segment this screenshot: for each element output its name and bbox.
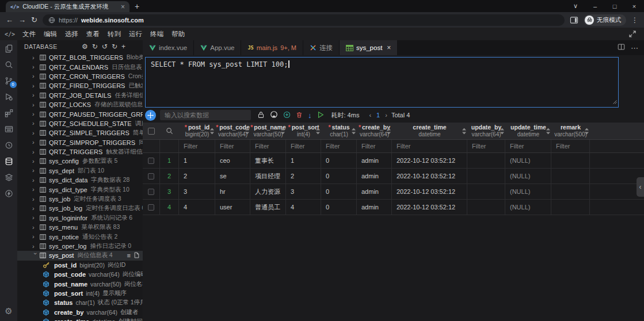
- table-tree-item[interactable]: › sys_config 参数配置表 5: [17, 156, 143, 166]
- layers-icon[interactable]: [5, 173, 13, 182]
- filter-input[interactable]: Filter: [321, 140, 357, 152]
- zap-icon[interactable]: [5, 189, 13, 198]
- menu-item[interactable]: 终端: [146, 30, 167, 39]
- column-header[interactable]: *post_sort int(4): [286, 123, 321, 139]
- extensions-icon[interactable]: [5, 108, 13, 118]
- table-cell[interactable]: 4: [286, 200, 321, 215]
- column-header[interactable]: *create_by varchar(64): [357, 123, 392, 139]
- minimize-button[interactable]: –: [585, 3, 605, 10]
- table-cell[interactable]: 项目经理: [250, 169, 286, 184]
- table-tree-item[interactable]: › QRTZ_LOCKS 存储的悲观锁信息表 2: [17, 100, 143, 109]
- table-cell[interactable]: [551, 184, 590, 199]
- table-struct-icon[interactable]: ≡: [127, 252, 131, 259]
- table-row[interactable]: 1 1ceo董事长10admin2022-10-12 03:52:12(NULL…: [143, 153, 644, 169]
- table-row[interactable]: 2 2se项目经理20admin2022-10-12 03:52:12(NULL…: [143, 169, 644, 184]
- delete-row-icon[interactable]: [296, 111, 303, 120]
- table-cell[interactable]: 2022-10-12 03:52:12: [392, 153, 467, 168]
- current-page[interactable]: 1: [376, 112, 380, 119]
- search-input[interactable]: [160, 110, 251, 120]
- filter-input[interactable]: Filter: [505, 140, 551, 152]
- filter-input[interactable]: Filter: [179, 140, 215, 152]
- table-tree-item[interactable]: › sys_oper_log 操作日志记录 0: [17, 242, 143, 251]
- source-control-icon[interactable]: 6: [5, 76, 13, 86]
- table-cell[interactable]: (NULL): [505, 200, 551, 215]
- settings-gear-icon[interactable]: ⚙: [5, 306, 12, 316]
- sort-icon[interactable]: [281, 128, 285, 134]
- row-checkbox[interactable]: [148, 173, 154, 179]
- new-sql-file-icon[interactable]: [134, 252, 139, 259]
- table-cell[interactable]: se: [215, 169, 250, 184]
- preview-window-icon[interactable]: [5, 124, 13, 134]
- table-cell[interactable]: [551, 200, 590, 215]
- table-tree-item[interactable]: › QRTZ_SIMPLE_TRIGGERS 简单触发...: [17, 128, 143, 137]
- table-tree-item[interactable]: › QRTZ_PAUSED_TRIGGER_GRPS 暂...: [17, 109, 143, 119]
- table-cell[interactable]: 人力资源: [250, 184, 286, 199]
- table-cell[interactable]: (NULL): [505, 169, 551, 184]
- table-tree-item[interactable]: › sys_logininfor 系统访问记录 6: [17, 213, 143, 223]
- table-cell[interactable]: hr: [215, 184, 250, 199]
- run-query-icon[interactable]: [317, 111, 324, 120]
- maximize-button[interactable]: □: [605, 3, 624, 10]
- download-icon[interactable]: ↓: [308, 112, 312, 119]
- column-header[interactable]: *status char(1): [321, 123, 357, 139]
- column-header[interactable]: remark varchar(500): [551, 123, 590, 139]
- table-tree-item[interactable]: › sys_dept 部门表 10: [17, 166, 143, 175]
- field-tree-item[interactable]: create_time datetime 创建时间: [17, 317, 143, 321]
- table-tree-item[interactable]: › QRTZ_TRIGGERS 触发器详细信息表 3: [17, 147, 143, 156]
- database-icon[interactable]: [5, 156, 13, 166]
- table-cell[interactable]: 0: [321, 200, 357, 215]
- timeline-clock-icon[interactable]: [5, 140, 13, 150]
- field-tree-item[interactable]: status char(1) 状态 (0正常 1停用): [17, 298, 143, 307]
- filter-input[interactable]: Filter: [392, 140, 467, 152]
- split-editor-icon[interactable]: [618, 43, 625, 52]
- table-tree-item[interactable]: › QRTZ_FIRED_TRIGGERS 已触发的触...: [17, 81, 143, 90]
- more-actions-icon[interactable]: ⋯: [631, 44, 638, 52]
- db-add-connection-icon[interactable]: +: [121, 43, 125, 50]
- editor-tab[interactable]: App.vue: [194, 40, 241, 55]
- menu-item[interactable]: 转到: [104, 30, 125, 39]
- table-cell[interactable]: 2022-10-12 03:52:12: [392, 169, 467, 184]
- panel-collapse-handle[interactable]: ‹: [637, 177, 644, 197]
- run-debug-icon[interactable]: [5, 92, 13, 102]
- search-icon[interactable]: [5, 60, 13, 70]
- table-tree-item[interactable]: › sys_dict_data 字典数据表 28: [17, 175, 143, 185]
- table-tree-item[interactable]: › sys_job_log 定时任务调度日志表 0: [17, 204, 143, 213]
- table-cell[interactable]: 2022-10-12 03:52:12: [392, 184, 467, 199]
- table-tree-item-sys-post[interactable]: › sys_post 岗位信息表 4 ≡: [17, 251, 143, 260]
- resize-handle-icon[interactable]: [612, 98, 617, 106]
- column-header[interactable]: update_by varchar(64): [467, 123, 505, 139]
- table-cell[interactable]: 2022-10-12 03:52:12: [392, 200, 467, 215]
- table-cell[interactable]: [551, 169, 590, 184]
- sort-icon[interactable]: [245, 128, 249, 134]
- filter-input[interactable]: Filter: [215, 140, 250, 152]
- field-tree-item[interactable]: post_id bigint(20) 岗位ID: [17, 261, 143, 270]
- menu-item[interactable]: 编辑: [40, 30, 61, 39]
- sql-editor[interactable]: SELECT * FROM sys_post LIMIT 100;: [145, 57, 619, 108]
- forward-icon[interactable]: →: [18, 16, 26, 24]
- browser-menu-icon[interactable]: ⋮: [631, 16, 638, 24]
- table-cell[interactable]: [551, 153, 590, 168]
- table-cell[interactable]: 1: [286, 153, 321, 168]
- table-cell[interactable]: (NULL): [505, 153, 551, 168]
- table-cell[interactable]: 0: [321, 169, 357, 184]
- menu-item[interactable]: 文件: [18, 30, 40, 39]
- lock-icon[interactable]: [257, 111, 265, 120]
- table-tree-item[interactable]: › sys_dict_type 字典类型表 10: [17, 185, 143, 194]
- table-cell[interactable]: admin: [357, 153, 392, 168]
- table-cell[interactable]: 0: [321, 184, 357, 199]
- column-header[interactable]: update_time datetime: [505, 123, 551, 139]
- tab-close-icon[interactable]: ×: [121, 3, 125, 11]
- sort-icon[interactable]: [352, 128, 356, 134]
- db-refresh-icon[interactable]: ↻: [112, 43, 117, 50]
- table-tree-item[interactable]: › QRTZ_SIMPROP_TRIGGERS 同步机...: [17, 138, 143, 147]
- filter-input[interactable]: Filter: [250, 140, 286, 152]
- field-tree-item[interactable]: post_name varchar(50) 岗位名称: [17, 279, 143, 288]
- table-cell[interactable]: admin: [357, 184, 392, 199]
- db-settings-icon[interactable]: ⚙: [82, 43, 88, 50]
- table-tree-item[interactable]: › sys_menu 菜单权限表 83: [17, 223, 143, 232]
- db-history-icon[interactable]: ↺: [102, 43, 108, 50]
- table-cell[interactable]: 3: [179, 184, 215, 199]
- table-cell[interactable]: 4: [179, 200, 215, 215]
- sort-icon[interactable]: [316, 128, 320, 134]
- editor-tab[interactable]: sys_post ×: [340, 40, 398, 55]
